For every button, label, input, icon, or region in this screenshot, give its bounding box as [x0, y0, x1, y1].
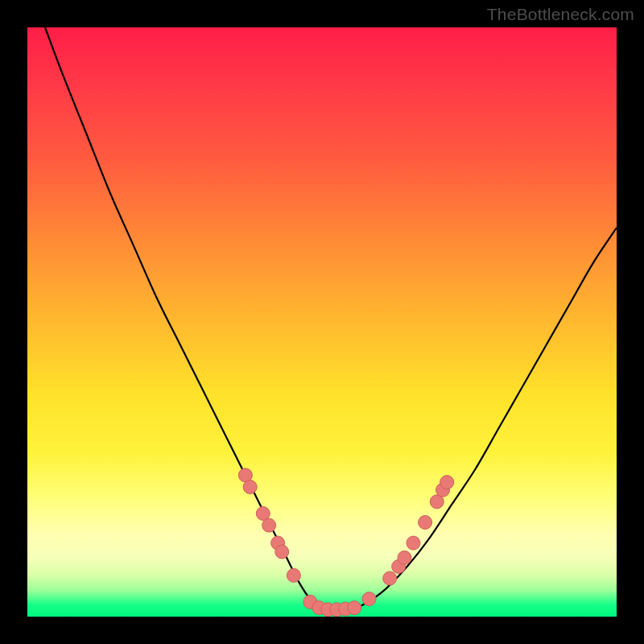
data-marker — [383, 572, 397, 585]
curve-svg — [27, 27, 617, 617]
data-marker — [348, 601, 361, 615]
data-marker — [287, 568, 300, 582]
data-marker — [440, 476, 454, 489]
data-marker — [398, 551, 411, 564]
plot-area — [27, 27, 617, 617]
chart-frame: TheBottleneck.com — [0, 0, 644, 644]
data-marker — [407, 536, 420, 550]
data-marker — [419, 515, 432, 529]
data-marker — [362, 592, 376, 606]
data-marker — [243, 480, 257, 493]
data-marker — [275, 545, 289, 559]
watermark-text: TheBottleneck.com — [487, 5, 634, 24]
data-markers — [238, 469, 453, 617]
bottleneck-curve — [45, 27, 617, 611]
data-marker — [262, 518, 276, 532]
